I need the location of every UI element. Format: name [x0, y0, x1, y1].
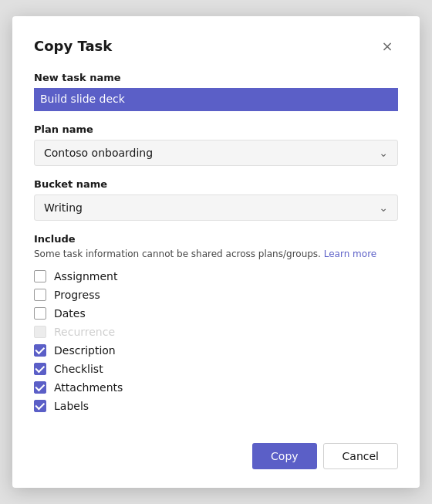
dates-checkbox[interactable]	[34, 307, 46, 320]
task-name-label: New task name	[34, 72, 398, 83]
dialog-footer: Copy Cancel	[34, 431, 398, 469]
dates-label: Dates	[54, 307, 86, 320]
plan-name-label: Plan name	[34, 123, 398, 135]
checklist-label: Checklist	[54, 363, 103, 375]
chevron-down-icon: ⌄	[379, 201, 388, 214]
progress-label: Progress	[54, 289, 100, 301]
plan-name-value: Contoso onboarding	[44, 147, 153, 159]
checkbox-item-attachments[interactable]: Attachments	[34, 381, 398, 394]
description-label: Description	[54, 344, 116, 357]
checkbox-item-progress[interactable]: Progress	[34, 289, 398, 301]
cancel-button[interactable]: Cancel	[323, 443, 398, 469]
progress-checkbox[interactable]	[34, 289, 46, 301]
include-info-text: Some task information cannot be shared a…	[34, 248, 398, 261]
assignment-checkbox[interactable]	[34, 270, 46, 282]
copy-button[interactable]: Copy	[252, 443, 317, 469]
checkbox-item-description[interactable]: Description	[34, 344, 398, 357]
copy-task-dialog: Copy Task × New task name Plan name Cont…	[12, 16, 420, 488]
description-checkbox[interactable]	[34, 344, 46, 357]
checkbox-item-recurrence: Recurrence	[34, 326, 398, 338]
bucket-name-value: Writing	[44, 201, 83, 214]
checklist-checkbox[interactable]	[34, 363, 46, 375]
labels-checkbox[interactable]	[34, 400, 46, 412]
plan-name-field-group: Plan name Contoso onboarding ⌄	[34, 123, 398, 166]
checkbox-item-labels[interactable]: Labels	[34, 400, 398, 412]
checkbox-list: Assignment Progress Dates Recurrence Des…	[34, 270, 398, 412]
attachments-label: Attachments	[54, 381, 123, 394]
learn-more-link[interactable]: Learn more	[324, 249, 376, 259]
attachments-checkbox[interactable]	[34, 381, 46, 394]
checkbox-item-dates[interactable]: Dates	[34, 307, 398, 320]
close-button[interactable]: ×	[376, 35, 398, 56]
recurrence-label: Recurrence	[54, 326, 115, 338]
labels-label: Labels	[54, 400, 89, 412]
include-label: Include	[34, 233, 398, 245]
bucket-name-select[interactable]: Writing ⌄	[34, 194, 398, 221]
bucket-name-field-group: Bucket name Writing ⌄	[34, 178, 398, 221]
bucket-name-label: Bucket name	[34, 178, 398, 190]
plan-name-select[interactable]: Contoso onboarding ⌄	[34, 140, 398, 166]
checkbox-item-checklist[interactable]: Checklist	[34, 363, 398, 375]
task-name-field-group: New task name	[34, 72, 398, 111]
assignment-label: Assignment	[54, 270, 117, 282]
include-section: Include Some task information cannot be …	[34, 233, 398, 412]
chevron-down-icon: ⌄	[379, 147, 388, 159]
dialog-title: Copy Task	[34, 38, 112, 54]
task-name-input[interactable]	[34, 88, 398, 111]
recurrence-checkbox	[34, 326, 46, 338]
checkbox-item-assignment[interactable]: Assignment	[34, 270, 398, 282]
dialog-header: Copy Task ×	[34, 35, 398, 56]
